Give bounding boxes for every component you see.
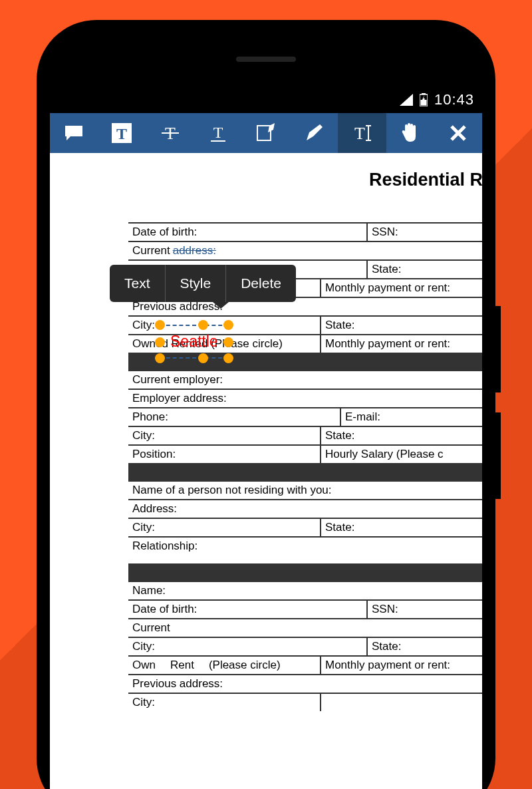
screen: 10:43 T T T T: [50, 86, 482, 789]
state-label: State:: [321, 427, 482, 444]
hourlysalary-label: Hourly Salary (Please c: [321, 446, 482, 463]
dob-label: Date of birth:: [128, 601, 368, 618]
resize-handle[interactable]: [198, 353, 208, 363]
table-row: Previous address:: [128, 674, 482, 693]
svg-text:T: T: [116, 125, 127, 142]
section-divider: [128, 463, 482, 480]
pan-tool[interactable]: [386, 113, 434, 153]
name-label: Name:: [128, 582, 482, 599]
state-label: State:: [368, 638, 482, 655]
table-row: Own Rent (Please circle) Monthly payment…: [128, 655, 482, 674]
current-address-label: Current: [128, 619, 482, 637]
table-row: Position: Hourly Salary (Please c: [128, 444, 482, 463]
phone-label: Phone:: [128, 408, 341, 426]
table-row: Current: [128, 618, 482, 637]
table-row: City:: [128, 693, 482, 711]
battery-charging-icon: [420, 93, 428, 106]
city-label: City:: [128, 519, 321, 536]
toolbar: T T T T: [50, 113, 482, 153]
document-title: Residential Ren: [50, 170, 482, 190]
section-divider: [128, 563, 482, 581]
resize-handle[interactable]: [155, 353, 165, 363]
table-row: Name of a person not residing with you:: [128, 480, 482, 499]
close-tool[interactable]: [434, 113, 482, 153]
state-label: State:: [321, 519, 482, 536]
svg-rect-9: [257, 126, 271, 140]
svg-rect-1: [422, 93, 426, 94]
state-label: State:: [368, 261, 482, 278]
resize-handle[interactable]: [155, 320, 165, 330]
table-row: Relationship:: [128, 536, 482, 563]
table-row: City: State:: [128, 518, 482, 536]
clock-text: 10:43: [434, 91, 474, 108]
table-row: Phone: E-mail:: [128, 407, 482, 426]
selection-border-bottom: [160, 357, 229, 359]
resize-handle[interactable]: [155, 337, 165, 347]
monthly-label: Monthly payment or rent:: [321, 657, 482, 674]
svg-text:T: T: [354, 124, 365, 143]
table-row: Date of birth: SSN:: [128, 222, 482, 241]
strikethrough-tool[interactable]: T: [146, 113, 194, 153]
resize-handle[interactable]: [223, 353, 233, 363]
ssn-label: SSN:: [368, 224, 482, 241]
svg-text:T: T: [213, 124, 223, 141]
city-label: City:: [128, 427, 321, 444]
employer-address-label: Employer address:: [128, 390, 482, 407]
ssn-label: SSN:: [368, 601, 482, 618]
city-label: City:: [128, 638, 368, 655]
context-text-button[interactable]: Text: [110, 265, 166, 302]
context-menu: Text Style Delete: [110, 265, 296, 302]
side-button-2: [495, 412, 501, 499]
current-address-label: Current address:: [128, 242, 482, 259]
side-button-1: [495, 306, 501, 393]
dob-label: Date of birth:: [128, 224, 368, 241]
selection-border-top: [160, 325, 229, 326]
monthly-label: Monthly payment or rent:: [321, 335, 482, 353]
ownrent-label: Own Rent (Please circle): [128, 657, 321, 674]
table-row: City: State:: [128, 426, 482, 444]
employer-label: Current employer:: [128, 371, 482, 389]
table-row: Date of birth: SSN:: [128, 599, 482, 618]
context-delete-button[interactable]: Delete: [226, 265, 296, 302]
table-row: Employer address:: [128, 389, 482, 407]
table-row: Name:: [128, 581, 482, 599]
text-annotation[interactable]: Seattle: [165, 333, 223, 351]
address-label: Address:: [128, 500, 482, 518]
table-row: City: State:: [128, 637, 482, 655]
relationship-label: Relationship:: [128, 538, 482, 563]
phone-frame: 10:43 T T T T: [37, 20, 495, 789]
table-row: Current address:: [128, 241, 482, 259]
city-label: City:: [128, 694, 321, 711]
signal-icon: [400, 94, 413, 106]
text-insert-tool[interactable]: T: [338, 113, 386, 153]
table-row: Current employer:: [128, 370, 482, 389]
status-bar: 10:43: [50, 86, 482, 113]
resize-handle[interactable]: [198, 320, 208, 330]
underline-tool[interactable]: T: [194, 113, 242, 153]
text-highlight-tool[interactable]: T: [98, 113, 146, 153]
signature-tool[interactable]: [242, 113, 290, 153]
resize-handle[interactable]: [223, 337, 233, 347]
monthly-label: Monthly payment or rent:: [321, 279, 482, 297]
comment-tool[interactable]: [50, 113, 98, 153]
resize-handle[interactable]: [223, 320, 233, 330]
position-label: Position:: [128, 446, 321, 463]
table-row: Address:: [128, 499, 482, 518]
context-style-button[interactable]: Style: [166, 265, 227, 302]
email-label: E-mail:: [341, 408, 482, 426]
document-view[interactable]: Residential Ren Text Style Delete Seattl…: [50, 153, 482, 711]
reference-name-label: Name of a person not residing with you:: [128, 482, 482, 499]
state-label: State:: [321, 317, 482, 334]
annotation-text: Seattle: [165, 333, 223, 350]
section-divider: [128, 353, 482, 370]
draw-tool[interactable]: [290, 113, 338, 153]
prev-address-label: Previous address:: [128, 675, 482, 693]
